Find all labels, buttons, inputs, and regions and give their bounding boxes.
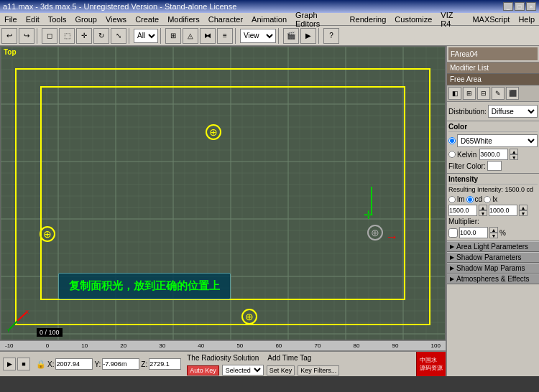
rp-icon-1[interactable]: ◧: [448, 87, 461, 100]
multiplier-row: Multiplier:: [448, 217, 538, 226]
play-button[interactable]: ▶: [3, 358, 16, 370]
x-input[interactable]: [55, 358, 93, 370]
rp-icon-4[interactable]: ✎: [492, 87, 505, 100]
menu-animation[interactable]: Animation: [247, 14, 291, 24]
multiplier-input[interactable]: [459, 227, 488, 238]
kelvin-spinner[interactable]: ▲ ▼: [510, 149, 518, 160]
d65white-radio[interactable]: [448, 137, 456, 144]
rp-icon-5[interactable]: ⬛: [506, 87, 519, 100]
int-down1[interactable]: ▼: [479, 210, 487, 216]
rotate-button[interactable]: ↻: [93, 28, 109, 44]
kelvin-input[interactable]: [479, 149, 508, 160]
render-button[interactable]: 🎬: [283, 28, 299, 44]
close-button[interactable]: ×: [526, 2, 536, 11]
arrow-icon3: ▶: [450, 265, 454, 271]
angle-snap-button[interactable]: ◬: [183, 28, 198, 44]
menu-character[interactable]: Character: [204, 14, 247, 24]
lx-radio[interactable]: [484, 196, 491, 203]
select-region-button[interactable]: ⬚: [59, 28, 75, 44]
name-input[interactable]: [448, 47, 538, 60]
z-input[interactable]: [149, 358, 181, 370]
intensity-input1[interactable]: [448, 205, 477, 216]
rp-icon-2[interactable]: ⊞: [463, 87, 476, 100]
kelvin-down[interactable]: ▼: [510, 154, 518, 160]
maximize-button[interactable]: □: [515, 2, 525, 11]
light-left: [40, 226, 55, 242]
lm-label: lm: [457, 195, 465, 204]
rp-scroll-area[interactable]: Distribution: Diffuse Color D65White: [447, 102, 539, 376]
set-key-button[interactable]: Set Key: [267, 365, 295, 375]
int-down2[interactable]: ▼: [519, 210, 528, 216]
menu-edit[interactable]: Edit: [22, 14, 44, 24]
area-light-label: Area Light Parameters: [456, 243, 528, 251]
intensity-spin1[interactable]: ▲ ▼: [479, 205, 487, 216]
mirror-button[interactable]: ⧓: [200, 28, 216, 44]
scale-button[interactable]: ⤡: [111, 28, 126, 44]
radiosity-text: The Radiosity Solution: [187, 354, 259, 362]
menu-group[interactable]: Group: [70, 14, 101, 24]
int-up2[interactable]: ▲: [519, 205, 528, 210]
align-button[interactable]: ≡: [217, 28, 233, 44]
menu-tools[interactable]: Tools: [44, 14, 71, 24]
int-up1[interactable]: ▲: [479, 205, 487, 210]
snap-button[interactable]: ⊞: [165, 28, 181, 44]
d65white-select[interactable]: D65White: [457, 134, 538, 147]
cd-radio[interactable]: [466, 196, 474, 203]
multiplier-check[interactable]: [448, 228, 458, 238]
menu-viz-r4[interactable]: VIZ R4: [436, 10, 468, 29]
undo-button[interactable]: ↩: [1, 28, 17, 44]
main-layout: Top ✛ → 复制面积光，放到正确的位置上 X Y: [0, 46, 539, 376]
menu-modifiers[interactable]: Modifiers: [163, 14, 204, 24]
inner-rect: [40, 86, 405, 300]
quick-render-button[interactable]: ▶: [300, 28, 316, 44]
select-button[interactable]: ◻: [42, 28, 57, 44]
status-left: ▶ ■: [0, 358, 33, 370]
key-filters-button[interactable]: Key Filters...: [298, 365, 339, 375]
menu-views[interactable]: Views: [101, 14, 131, 24]
stop-button[interactable]: ■: [17, 358, 30, 370]
arrow-icon2: ▶: [450, 254, 454, 261]
menu-maxscript[interactable]: MAXScript: [468, 14, 514, 24]
distribution-select[interactable]: Diffuse: [488, 105, 538, 118]
menu-create[interactable]: Create: [131, 14, 163, 24]
lx-label: lx: [492, 195, 497, 204]
vertical-axis-line: [371, 187, 372, 215]
filter-color-box[interactable]: [487, 161, 502, 171]
filter-select[interactable]: All: [134, 29, 158, 43]
menu-customize[interactable]: Customize: [390, 14, 436, 24]
shadow-map-header[interactable]: ▶ Shadow Map Params: [447, 263, 539, 274]
area-light-params-header[interactable]: ▶ Area Light Parameters: [447, 241, 539, 252]
multiplier-spin[interactable]: ▲ ▼: [489, 227, 498, 238]
viewport[interactable]: Top ✛ → 复制面积光，放到正确的位置上 X Y: [0, 46, 446, 340]
separator: [37, 28, 40, 44]
kelvin-up[interactable]: ▲: [510, 149, 518, 154]
mult-down[interactable]: ▼: [489, 233, 498, 238]
shadow-params-header[interactable]: ▶ Shadow Parameters: [447, 252, 539, 263]
redo-button[interactable]: ↪: [19, 28, 34, 44]
multiplier-value-row: ▲ ▼ %: [448, 227, 538, 238]
atm-effects-label: Atmospheres & Effects: [456, 275, 530, 283]
rp-icon-3[interactable]: ⊟: [477, 87, 490, 100]
kelvin-radio[interactable]: [448, 151, 456, 158]
status-icons: ▶ ■: [3, 358, 30, 370]
menu-rendering[interactable]: Rendering: [346, 14, 391, 24]
intensity-spin2[interactable]: ▲ ▼: [519, 205, 528, 216]
lm-radio[interactable]: [448, 196, 456, 203]
titlebar-buttons: _ □ ×: [503, 2, 536, 11]
ruler-bar: -10 0 10 20 30 40 50 60 70 80 90 100: [0, 340, 446, 350]
mult-up[interactable]: ▲: [489, 227, 498, 233]
move-button[interactable]: ✛: [76, 28, 92, 44]
kelvin-label: Kelvin: [457, 150, 476, 159]
auto-key-button[interactable]: Auto Key: [187, 365, 219, 375]
view-select[interactable]: View: [240, 29, 276, 43]
sep6: [318, 28, 321, 44]
y-input[interactable]: [102, 358, 139, 370]
atm-effects-header[interactable]: ▶ Atmospheres & Effects: [447, 274, 539, 284]
menu-graph-editors[interactable]: Graph Editors: [291, 10, 346, 29]
menu-file[interactable]: File: [0, 14, 22, 24]
intensity-input2[interactable]: [489, 205, 517, 216]
menu-help[interactable]: Help: [514, 14, 539, 24]
selected-select[interactable]: Selected: [222, 365, 264, 375]
minimize-button[interactable]: _: [503, 2, 513, 11]
help-button[interactable]: ?: [323, 28, 339, 44]
